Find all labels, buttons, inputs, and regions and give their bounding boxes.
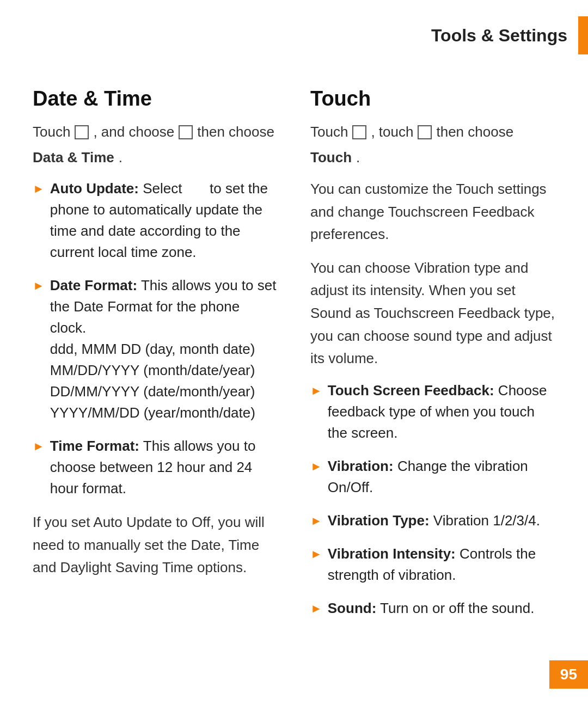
- page-header: Tools & Settings: [0, 0, 588, 65]
- touch-intro-comma-touch: , touch: [371, 121, 413, 143]
- date-time-note: If you set Auto Update to Off, you will …: [33, 511, 278, 579]
- date-time-intro-touch: Touch: [33, 121, 70, 143]
- date-time-intro-and-choose: , and choose: [93, 121, 174, 143]
- touch-intro-then-choose: then choose: [436, 121, 513, 143]
- date-time-box2: [179, 125, 193, 139]
- bullet-text: This allows you to set the Date Format f…: [50, 277, 277, 421]
- bullet-arrow-icon: ►: [310, 545, 322, 563]
- bullet-arrow-icon: ►: [310, 599, 322, 617]
- header-accent-bar: [578, 16, 588, 54]
- bullet-content: Auto Update: Select to set the phone to …: [50, 178, 278, 263]
- bullet-label: Time Format:: [50, 438, 139, 454]
- list-item: ► Touch Screen Feedback: Choose feedback…: [310, 380, 555, 444]
- list-item: ► Date Format: This allows you to set th…: [33, 275, 278, 424]
- page-number-container: 95: [549, 660, 588, 689]
- page-number: 95: [549, 660, 588, 689]
- bullet-label: Sound:: [328, 600, 377, 616]
- bullet-arrow-icon: ►: [33, 277, 45, 295]
- date-time-intro-then-choose: then choose: [197, 121, 274, 143]
- bullet-label: Vibration Type:: [328, 512, 430, 529]
- list-item: ► Vibration Type: Vibration 1/2/3/4.: [310, 510, 555, 531]
- date-time-title: Date & Time: [33, 87, 278, 111]
- bullet-arrow-icon: ►: [310, 382, 322, 400]
- bullet-label: Vibration:: [328, 458, 394, 474]
- list-item: ► Vibration: Change the vibration On/Off…: [310, 456, 555, 498]
- main-content: Date & Time Touch , and choose then choo…: [0, 65, 588, 653]
- date-time-section: Date & Time Touch , and choose then choo…: [33, 87, 278, 631]
- touch-intro-bold: Touch: [310, 147, 352, 168]
- list-item: ► Vibration Intensity: Controls the stre…: [310, 543, 555, 586]
- bullet-content: Sound: Turn on or off the sound.: [328, 598, 555, 619]
- bullet-content: Time Format: This allows you to choose b…: [50, 436, 278, 499]
- list-item: ► Auto Update: Select to set the phone t…: [33, 178, 278, 263]
- touch-box2: [418, 125, 432, 139]
- date-time-bullet-list: ► Auto Update: Select to set the phone t…: [33, 178, 278, 499]
- bullet-content: Vibration Type: Vibration 1/2/3/4.: [328, 510, 555, 531]
- touch-intro-touch: Touch: [310, 121, 348, 143]
- bullet-content: Date Format: This allows you to set the …: [50, 275, 278, 424]
- bullet-text: Turn on or off the sound.: [380, 600, 534, 616]
- touch-bullet-list: ► Touch Screen Feedback: Choose feedback…: [310, 380, 555, 619]
- touch-intro: Touch , touch then choose Touch.: [310, 121, 555, 168]
- bullet-label: Date Format:: [50, 277, 137, 293]
- touch-desc2: You can choose Vibration type and adjust…: [310, 257, 555, 370]
- bullet-content: Vibration: Change the vibration On/Off.: [328, 456, 555, 498]
- bullet-content: Vibration Intensity: Controls the streng…: [328, 543, 555, 586]
- touch-title: Touch: [310, 87, 555, 111]
- touch-box1: [352, 125, 366, 139]
- touch-desc1: You can customize the Touch settings and…: [310, 178, 555, 246]
- bullet-label: Auto Update:: [50, 180, 139, 197]
- bullet-arrow-icon: ►: [33, 437, 45, 455]
- bullet-arrow-icon: ►: [310, 457, 322, 475]
- bullet-text: Vibration 1/2/3/4.: [433, 512, 540, 529]
- page-header-title: Tools & Settings: [431, 26, 578, 46]
- list-item: ► Time Format: This allows you to choose…: [33, 436, 278, 499]
- bullet-label: Touch Screen Feedback:: [328, 382, 494, 399]
- date-time-box1: [75, 125, 89, 139]
- date-time-intro: Touch , and choose then choose Data & Ti…: [33, 121, 278, 168]
- touch-section: Touch Touch , touch then choose Touch. Y…: [310, 87, 555, 631]
- bullet-arrow-icon: ►: [310, 512, 322, 530]
- bullet-content: Touch Screen Feedback: Choose feedback t…: [328, 380, 555, 444]
- bullet-arrow-icon: ►: [33, 180, 45, 198]
- date-time-intro-bold: Data & Time: [33, 147, 114, 168]
- list-item: ► Sound: Turn on or off the sound.: [310, 598, 555, 619]
- bullet-label: Vibration Intensity:: [328, 545, 456, 562]
